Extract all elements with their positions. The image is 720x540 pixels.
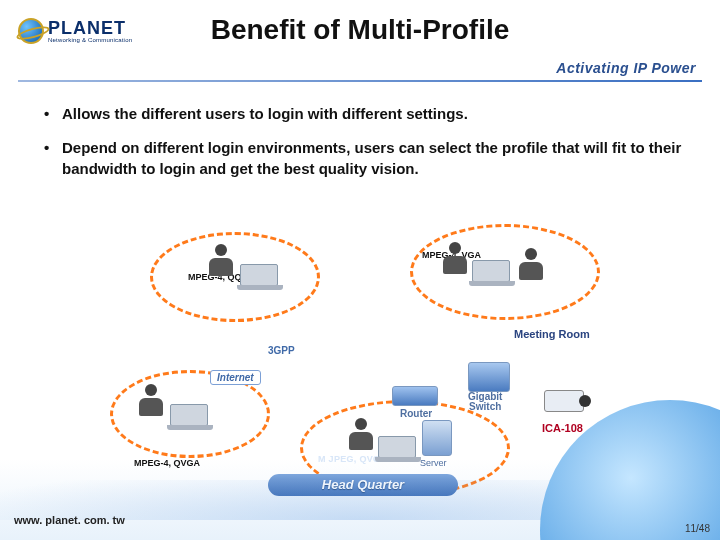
bullet-item: Depend on different login environments, …: [44, 138, 690, 179]
person-icon: [204, 244, 238, 284]
label-server: Server: [420, 458, 447, 468]
laptop-icon: [170, 404, 208, 426]
label-gigabit-switch: Gigabit Switch: [468, 392, 502, 412]
slogan: Activating IP Power: [556, 60, 696, 76]
footer-url: www. planet. com. tw: [14, 514, 125, 526]
laptop-icon: [378, 436, 416, 458]
slide: PLANET Networking & Communication Benefi…: [0, 0, 720, 540]
label-qvga: MPEG-4, QVGA: [134, 458, 200, 468]
server-icon: [422, 420, 452, 456]
switch-icon: [468, 362, 510, 392]
bullet-item: Allows the different users to login with…: [44, 104, 690, 124]
person-icon: [514, 248, 548, 288]
label-internet: Internet: [210, 370, 261, 385]
label-3gpp: 3GPP: [268, 345, 295, 356]
person-icon: [134, 384, 168, 424]
label-ica-108: ICA-108: [542, 422, 583, 434]
page-number: 11/48: [685, 523, 710, 534]
header-divider: [18, 80, 702, 82]
router-icon: [392, 386, 438, 406]
person-icon: [344, 418, 378, 458]
bullet-list: Allows the different users to login with…: [44, 104, 690, 193]
page-title: Benefit of Multi-Profile: [0, 14, 720, 46]
label-router: Router: [400, 408, 432, 419]
label-meeting-room: Meeting Room: [514, 328, 590, 340]
camera-icon: [544, 390, 584, 412]
laptop-icon: [240, 264, 278, 286]
laptop-icon: [472, 260, 510, 282]
person-icon: [438, 242, 472, 282]
